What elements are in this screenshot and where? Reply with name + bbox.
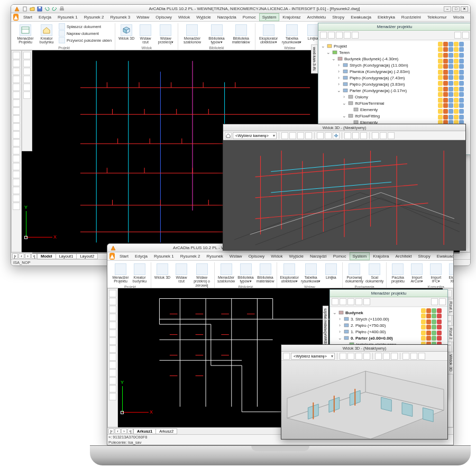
- rbtn-napraw[interactable]: Napraw dokument: [58, 30, 113, 36]
- sh2-next[interactable]: ›: [121, 428, 127, 434]
- status-dot[interactable]: [438, 87, 443, 91]
- status-dot[interactable]: [432, 308, 436, 313]
- tree-node[interactable]: ⌄Parter (Kondygnacja) (-0.17m): [321, 87, 437, 94]
- tool-extend-icon[interactable]: [13, 171, 20, 178]
- qa-new-icon[interactable]: [22, 6, 28, 12]
- app-menu-button-2[interactable]: [109, 253, 115, 260]
- tool-explode-icon[interactable]: [13, 195, 20, 202]
- status-dot[interactable]: [432, 325, 436, 329]
- rbtn-tabelka[interactable]: Tabelka rysunkowa▾: [281, 23, 303, 45]
- status-dot[interactable]: [454, 53, 459, 58]
- qa-redo-icon[interactable]: [51, 6, 58, 12]
- p2-btn4[interactable]: [355, 298, 362, 305]
- tab-rys1[interactable]: Rysunek 1: [54, 13, 81, 21]
- qa-open-icon[interactable]: [29, 6, 35, 12]
- status-dot[interactable]: [438, 53, 443, 58]
- status-dot[interactable]: [432, 319, 436, 324]
- tree-twisty-icon[interactable]: ›: [336, 81, 341, 87]
- status-dot[interactable]: [426, 314, 431, 318]
- rbtn-bib-materialow[interactable]: Biblioteka materiałów: [230, 23, 253, 45]
- tree-twisty-icon[interactable]: ›: [336, 62, 341, 68]
- r2-paczka[interactable]: Paczka projektu: [389, 262, 407, 285]
- sh2-prev[interactable]: ‹: [115, 428, 121, 434]
- status-dot[interactable]: [438, 75, 443, 80]
- v3d-shade-icon[interactable]: [352, 132, 359, 139]
- status-dot[interactable]: [443, 109, 448, 114]
- tree-twisty-icon[interactable]: ›: [336, 75, 341, 80]
- rbtn-przywroc[interactable]: Przywróć położenie okien: [58, 37, 113, 43]
- v3d2-pan-icon[interactable]: [347, 353, 354, 360]
- p2-btn5[interactable]: [363, 298, 370, 305]
- rbtn-wstaw-przekroj[interactable]: Wstaw przekrój▾: [155, 23, 176, 45]
- tree-node[interactable]: ⌄Budynek (Budynek) (-4.30m): [321, 56, 437, 62]
- tool-rotate-icon[interactable]: [13, 147, 20, 154]
- status-dot[interactable]: [443, 59, 448, 63]
- tab2-ewak[interactable]: Ewakuac: [434, 252, 453, 260]
- status-dot[interactable]: [443, 87, 448, 91]
- tree-twisty-icon[interactable]: ⌄: [342, 113, 346, 118]
- window-max-button[interactable]: □: [452, 6, 460, 12]
- tree-node[interactable]: ›1. Piętro (+400.00): [332, 328, 420, 335]
- tab-edycja[interactable]: Edycja: [35, 13, 54, 21]
- status-dot[interactable]: [443, 53, 448, 58]
- tool-copy-icon[interactable]: [13, 139, 20, 147]
- v3d-wire-icon[interactable]: [344, 132, 351, 139]
- status-dot[interactable]: [459, 109, 464, 114]
- tool-xref-icon[interactable]: [23, 76, 31, 83]
- tree-node[interactable]: ›Osłony: [321, 94, 437, 100]
- t2-move[interactable]: [109, 361, 116, 369]
- tree-twisty-icon[interactable]: ›: [337, 329, 342, 334]
- t2-copy[interactable]: [109, 369, 116, 377]
- tab-ewakuacja[interactable]: Ewakuacja: [347, 13, 374, 21]
- rbtn-men-szablonow[interactable]: Menadżer szablonów: [180, 23, 204, 45]
- p2-filter-icon[interactable]: [439, 298, 446, 305]
- status-dot[interactable]: [459, 59, 464, 63]
- status-dot[interactable]: [459, 64, 464, 69]
- tree-node[interactable]: ⌄Budynek: [332, 309, 420, 316]
- t2-rect[interactable]: [109, 314, 116, 321]
- v3d-walk-icon[interactable]: [380, 132, 387, 139]
- r2-scal[interactable]: Scal dokumenty: [365, 262, 384, 285]
- status-dot[interactable]: [437, 308, 442, 313]
- status-dot[interactable]: [459, 75, 464, 80]
- status-dot[interactable]: [448, 42, 453, 47]
- tree-node[interactable]: ›Strych (Kondygnacja) (11.00m): [321, 62, 437, 68]
- v3d2-top-icon[interactable]: [375, 353, 382, 360]
- status-dot[interactable]: [426, 319, 431, 324]
- status-dot[interactable]: [459, 103, 464, 108]
- status-dot[interactable]: [448, 109, 453, 114]
- panel-side-tab[interactable]: wod-kan-3-ifc: [311, 44, 318, 74]
- tab2-stropy[interactable]: Stropy: [415, 252, 434, 260]
- tree-twisty-icon[interactable]: ›: [337, 323, 342, 328]
- tree-node[interactable]: ›Piętro (Kondygnacja) (3.83m): [321, 81, 437, 87]
- r2-bib-mat[interactable]: Biblioteka materiałów: [256, 262, 274, 285]
- tab2-rys3[interactable]: Rysunek: [204, 252, 226, 260]
- status-dot[interactable]: [443, 75, 448, 80]
- r2-imp-arcon[interactable]: Import ArCon▾: [408, 262, 426, 285]
- t2-circ[interactable]: [109, 322, 116, 329]
- tool-erase-icon[interactable]: [13, 203, 20, 210]
- v3d-iso-icon[interactable]: [325, 132, 332, 139]
- status-dot[interactable]: [437, 331, 442, 335]
- tree-twisty-icon[interactable]: ⌄: [326, 50, 331, 55]
- tree-twisty-icon[interactable]: ›: [342, 94, 346, 99]
- tab-architekt[interactable]: Architektu: [304, 13, 329, 21]
- r2-porownaj[interactable]: Porównaj dokumenty: [345, 262, 364, 285]
- tool-fillet-icon[interactable]: [13, 187, 20, 194]
- status-dot[interactable]: [421, 314, 426, 318]
- v3d-pan-icon[interactable]: [289, 132, 296, 139]
- panel-btn-5[interactable]: [352, 32, 359, 39]
- rbtn-splaszcz[interactable]: Spłaszcz dokument: [58, 23, 113, 30]
- t2-line[interactable]: [109, 298, 116, 305]
- t2-dim[interactable]: [109, 353, 116, 361]
- tool-hatch-icon[interactable]: [13, 107, 20, 115]
- view3d-canvas[interactable]: [223, 140, 465, 250]
- qa-new-icon-2[interactable]: [118, 245, 124, 251]
- tree-node[interactable]: Elementy: [321, 106, 437, 113]
- status-dot[interactable]: [437, 314, 442, 318]
- v3d-top-icon[interactable]: [317, 132, 324, 139]
- t2-arc[interactable]: [109, 329, 116, 337]
- tool-ellipse-icon[interactable]: [13, 99, 20, 107]
- t2-poly[interactable]: [109, 306, 116, 313]
- status-dot[interactable]: [459, 92, 464, 97]
